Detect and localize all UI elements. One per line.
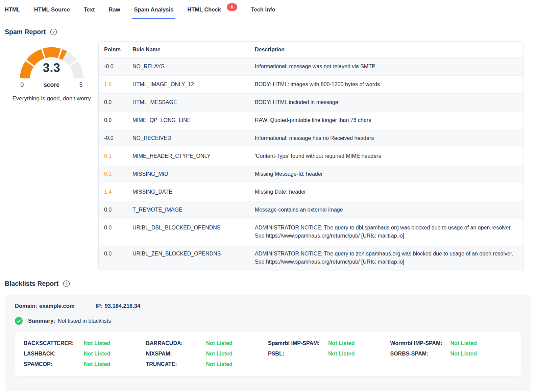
tab-html[interactable]: HTML bbox=[5, 0, 20, 19]
blacklist-name: BARRACUDA: bbox=[146, 340, 206, 346]
svg-text:?: ? bbox=[65, 282, 68, 286]
blacklist-name: NIXSPAM: bbox=[146, 351, 206, 357]
rule-points: 0.0 bbox=[99, 201, 127, 219]
rule-points: 0.1 bbox=[99, 147, 127, 165]
gauge-max-label: 5 bbox=[79, 81, 83, 89]
blacklist-status: Not Listed bbox=[84, 351, 110, 357]
rule-description: BODY: HTML included in message bbox=[249, 94, 523, 112]
rule-points: 0.0 bbox=[99, 245, 127, 271]
blacklist-name: SORBS-SPAM: bbox=[390, 351, 450, 357]
spam-rules-body: -0.0NO_RELAYSInformational: message was … bbox=[99, 58, 523, 271]
blacklist-entry: LASHBACK:Not Listed bbox=[24, 351, 146, 357]
rule-points: -0.0 bbox=[99, 129, 127, 147]
blacklist-entry: SORBS-SPAM:Not Listed bbox=[390, 351, 513, 357]
spam-score-value: 3.3 bbox=[19, 61, 85, 75]
rule-name: NO_RELAYS bbox=[127, 58, 249, 76]
blacklists-target-info: Domain:example.com IP:93.184.216.34 bbox=[15, 303, 521, 309]
tab-label: HTML Source bbox=[34, 6, 70, 13]
rule-points: 0.0 bbox=[99, 94, 127, 112]
domain-label: Domain: bbox=[15, 303, 37, 309]
help-icon[interactable]: ? bbox=[50, 28, 57, 35]
svg-text:?: ? bbox=[53, 30, 55, 34]
tab-html-check[interactable]: HTML Check6 bbox=[187, 0, 237, 19]
spam-rule-row: -0.0NO_RELAYSInformational: message was … bbox=[99, 58, 523, 76]
blacklist-status: Not Listed bbox=[328, 351, 355, 357]
blacklist-entry: Wormrbl IMP-SPAM:Not Listed bbox=[390, 340, 513, 346]
blacklist-entry: TRUNCATE:Not Listed bbox=[146, 361, 268, 367]
spam-rule-row: -0.0NO_RECEIVEDInformational: message ha… bbox=[99, 129, 523, 147]
rule-name: MISSING_MID bbox=[127, 165, 249, 183]
domain-value: example.com bbox=[39, 303, 75, 309]
spam-rule-row: 0.0MIME_QP_LONG_LINERAW: Quoted-printabl… bbox=[99, 112, 523, 129]
blacklist-name: BACKSCATTERER: bbox=[24, 340, 84, 346]
blacklist-status: Not Listed bbox=[84, 361, 110, 367]
message-view-tabbar: HTMLHTML SourceTextRawSpam AnalysisHTML … bbox=[0, 0, 536, 19]
tab-label: Spam Analysis bbox=[134, 6, 174, 13]
blacklist-name: Wormrbl IMP-SPAM: bbox=[390, 340, 450, 346]
rule-name: HTML_MESSAGE bbox=[127, 94, 249, 112]
description-column-header: Description bbox=[249, 42, 523, 58]
rule-description: Message contains an external image bbox=[249, 201, 523, 219]
summary-value: Not listed in blacklists bbox=[58, 318, 111, 324]
blacklist-status: Not Listed bbox=[84, 340, 110, 346]
spam-rules-card: Points Rule Name Description -0.0NO_RELA… bbox=[98, 41, 524, 271]
rule-name: NO_RECEIVED bbox=[127, 129, 249, 147]
gauge-min-label: 0 bbox=[21, 81, 24, 89]
spam-rule-row: 0.0T_REMOTE_IMAGEMessage contains an ext… bbox=[99, 201, 523, 219]
tab-html-source[interactable]: HTML Source bbox=[34, 0, 70, 19]
blacklist-name: TRUNCATE: bbox=[146, 361, 206, 367]
rule-description: Informational: message was not relayed v… bbox=[249, 58, 523, 76]
blacklist-entry: BARRACUDA:Not Listed bbox=[146, 340, 268, 346]
rule-name-column-header: Rule Name bbox=[127, 42, 249, 58]
rule-name: URIBL_ZEN_BLOCKED_OPENDNS bbox=[127, 245, 249, 271]
spam-score-gauge: 3.3 0 score 5 Everything is good, don't … bbox=[5, 41, 98, 103]
blacklist-entry: PSBL:Not Listed bbox=[268, 351, 390, 357]
rule-points: 0.0 bbox=[99, 219, 127, 245]
domain-info: Domain:example.com bbox=[15, 303, 77, 309]
help-icon[interactable]: ? bbox=[63, 280, 70, 287]
ip-label: IP: bbox=[96, 303, 103, 309]
rule-description: Missing Message-Id: header bbox=[249, 165, 523, 183]
tab-label: Tech Info bbox=[251, 6, 275, 13]
spam-rule-row: 0.0HTML_MESSAGEBODY: HTML included in me… bbox=[99, 94, 523, 112]
spam-report-title: Spam Report bbox=[5, 28, 46, 36]
blacklists-grid: BACKSCATTERER:Not ListedBARRACUDA:Not Li… bbox=[15, 332, 521, 376]
blacklist-entry: Spamrbl IMP-SPAM:Not Listed bbox=[268, 340, 390, 346]
rule-points: 0.0 bbox=[99, 112, 127, 129]
tab-label: HTML Check bbox=[187, 6, 221, 13]
tab-count-badge: 6 bbox=[227, 3, 237, 11]
ip-info: IP:93.184.216.34 bbox=[96, 303, 143, 309]
blacklist-status: Not Listed bbox=[206, 351, 233, 357]
blacklists-summary: Summary: Not listed in blacklists bbox=[15, 317, 521, 325]
spam-rule-row: 0.0URIBL_DBL_BLOCKED_OPENDNSADMINISTRATO… bbox=[99, 219, 523, 245]
blacklists-report-title: Blacklists Report bbox=[5, 280, 58, 288]
rule-description: RAW: Quoted-printable line longer than 7… bbox=[249, 112, 523, 129]
blacklist-status: Not Listed bbox=[450, 351, 477, 357]
blacklist-name: SPAMCOP: bbox=[24, 361, 84, 367]
tab-spam-analysis[interactable]: Spam Analysis bbox=[134, 0, 174, 19]
blacklist-entry: BACKSCATTERER:Not Listed bbox=[24, 340, 146, 346]
rule-points: -0.0 bbox=[99, 58, 127, 76]
blacklists-report-heading: Blacklists Report ? bbox=[0, 280, 536, 288]
blacklist-entry: NIXSPAM:Not Listed bbox=[146, 351, 268, 357]
blacklist-status: Not Listed bbox=[450, 340, 477, 346]
rule-description: 'Content-Type' found without required MI… bbox=[249, 147, 523, 165]
rule-points: 0.1 bbox=[99, 165, 127, 183]
tab-raw[interactable]: Raw bbox=[109, 0, 120, 19]
spam-rule-row: 0.1MISSING_MIDMissing Message-Id: header bbox=[99, 165, 523, 183]
tab-label: Raw bbox=[109, 6, 120, 13]
rule-points: 1.4 bbox=[99, 183, 127, 201]
rule-name: T_REMOTE_IMAGE bbox=[127, 201, 249, 219]
spam-rule-row: 1.6HTML_IMAGE_ONLY_12BODY: HTML: images … bbox=[99, 76, 523, 94]
rule-points: 1.6 bbox=[99, 76, 127, 94]
spam-score-message: Everything is good, don't worry bbox=[12, 94, 91, 103]
rule-name: MIME_QP_LONG_LINE bbox=[127, 112, 249, 129]
tab-label: HTML bbox=[5, 6, 20, 13]
tab-text[interactable]: Text bbox=[84, 0, 95, 19]
active-tab-underline bbox=[132, 18, 176, 19]
ip-value: 93.184.216.34 bbox=[105, 303, 141, 309]
rule-description: Missing Date: header bbox=[249, 183, 523, 201]
blacklist-name: Spamrbl IMP-SPAM: bbox=[268, 340, 328, 346]
blacklist-entry: SPAMCOP:Not Listed bbox=[24, 361, 146, 367]
tab-tech-info[interactable]: Tech Info bbox=[251, 0, 275, 19]
